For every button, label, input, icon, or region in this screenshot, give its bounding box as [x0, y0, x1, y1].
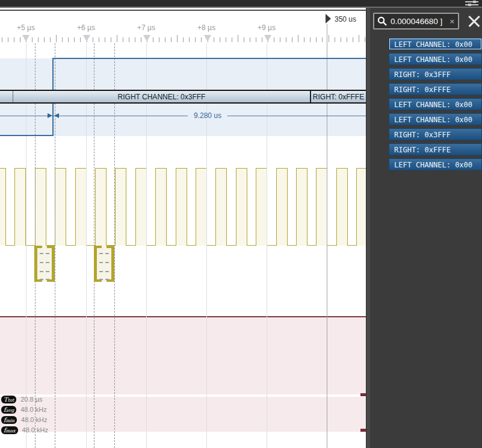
ruler-tick — [201, 37, 202, 42]
ruler-tick — [280, 37, 280, 42]
logic-analyzer-window: +5 µs +6 µs +7 µs +8 µs +9 µs 350 us RIG… — [0, 0, 482, 448]
ruler-tick — [286, 37, 286, 42]
measurement-span-label: 9.280 us — [188, 111, 227, 120]
clock-high-pulse — [316, 168, 327, 246]
clock-low-segment — [327, 245, 336, 246]
ruler-label: +8 µs — [185, 23, 227, 32]
ruler-tick — [68, 37, 69, 42]
stat-badge: fmin — [1, 416, 17, 424]
clock-high-pulse — [296, 168, 307, 246]
vertical-scrollbar[interactable] — [366, 0, 370, 448]
decoder-segment[interactable] — [0, 91, 13, 102]
search-result-item[interactable]: RIGHT: 0x3FFF — [389, 128, 482, 140]
ruler-major-marker-icon — [204, 35, 211, 42]
ruler-tick — [177, 35, 178, 42]
measurement-arrow-icon — [48, 113, 52, 118]
ruler-tick — [226, 37, 226, 42]
bracket-stub — [97, 246, 102, 248]
ruler-major-marker-icon — [143, 35, 150, 42]
ruler-tick — [32, 37, 32, 42]
ws-signal-low — [0, 135, 53, 136]
ruler-tick — [8, 37, 8, 42]
stat-badge: favg — [1, 406, 16, 414]
search-result-item[interactable]: RIGHT: 0xFFFE — [389, 143, 482, 155]
ruler-tick — [62, 37, 63, 42]
clock-high-pulse — [115, 168, 126, 246]
search-result-item[interactable]: LEFT CHANNEL: 0x00 — [389, 38, 482, 50]
stat-value: 20.8 µs — [20, 396, 42, 403]
clock-high-pulse — [196, 168, 207, 246]
ruler-tick — [195, 37, 196, 42]
clock-high-pulse — [14, 168, 26, 246]
ruler-tick — [341, 37, 341, 42]
ruler-tick — [153, 37, 153, 42]
clock-high-pulse — [155, 168, 167, 246]
ruler-label: +7 µs — [125, 23, 167, 32]
search-result-item[interactable]: LEFT CHANNEL: 0x00 — [389, 53, 482, 65]
ruler-tick — [56, 35, 57, 42]
ruler-major-marker-icon — [22, 35, 29, 42]
clock-low-segment — [307, 245, 316, 246]
bracket-stub — [37, 246, 42, 248]
data-burst-bracket[interactable] — [94, 246, 114, 282]
clear-search-icon[interactable]: × — [450, 17, 454, 25]
collapsed-data-dashes — [40, 271, 49, 272]
collapsed-data-dashes — [99, 279, 109, 280]
decoder-segment[interactable]: RIGHT: 0xFFFE — [310, 91, 366, 102]
clock-high-pulse — [336, 168, 348, 246]
stat-value: 48.0 kHz — [20, 406, 46, 413]
ruler-tick — [232, 37, 232, 42]
search-result-item[interactable]: LEFT CHANNEL: 0x00 — [389, 158, 482, 170]
ruler-tick — [256, 37, 256, 42]
decoder-segment[interactable]: RIGHT CHANNEL: 0x3FFF — [13, 91, 310, 102]
settings-sliders-icon[interactable] — [465, 1, 478, 6]
collapsed-data-dashes — [99, 253, 109, 254]
clock-high-pulse — [75, 168, 87, 246]
ruler-tick — [135, 37, 135, 42]
clock-low-segment — [207, 245, 215, 246]
ruler-tick — [353, 37, 353, 42]
ruler-tick — [189, 37, 190, 42]
ruler-tick — [20, 37, 20, 42]
clock-low-segment — [66, 245, 75, 246]
search-query-text[interactable]: 0.000046680 ] — [391, 17, 450, 26]
ruler-tick — [171, 37, 171, 42]
dashed-guide-line — [114, 43, 115, 448]
time-marker-label: 350 us — [335, 15, 356, 23]
collapsed-data-dashes — [40, 253, 49, 254]
ruler-tick — [365, 37, 365, 42]
clock-high-pulse — [95, 168, 107, 246]
collapsed-data-dashes — [99, 262, 109, 263]
bracket-stub — [107, 246, 111, 248]
app-top-bar — [0, 0, 482, 8]
bracket-stub — [47, 246, 52, 248]
clock-low-segment — [147, 245, 155, 246]
clock-low-segment — [348, 245, 356, 246]
ruler-tick — [244, 37, 244, 42]
stat-badge: Ttot — [1, 396, 16, 403]
clock-high-pulse — [135, 168, 147, 246]
ws-signal-high — [53, 58, 366, 59]
time-marker-line[interactable] — [327, 24, 327, 448]
search-result-item[interactable]: RIGHT: 0xFFFE — [389, 83, 482, 95]
search-result-item[interactable]: LEFT CHANNEL: 0x00 — [389, 113, 482, 125]
ruler-tick — [183, 37, 184, 42]
clock-high-pulse — [236, 168, 247, 246]
ruler-tick — [99, 37, 99, 42]
data-burst-bracket[interactable] — [34, 246, 55, 282]
analog-edge-marker — [360, 429, 366, 432]
stat-row: fmax 48.0 kHz — [1, 426, 48, 434]
waveform-canvas[interactable]: +5 µs +6 µs +7 µs +8 µs +9 µs 350 us RIG… — [0, 8, 366, 448]
stat-badge: fmax — [1, 426, 18, 434]
ruler-tick — [141, 37, 141, 42]
search-input[interactable]: 0.000046680 ] × — [373, 13, 459, 30]
clock-low-segment — [187, 245, 196, 246]
clock-low-segment — [247, 245, 256, 246]
close-panel-button[interactable] — [466, 13, 482, 29]
ruler-tick — [238, 35, 238, 42]
search-result-item[interactable]: LEFT CHANNEL: 0x00 — [389, 98, 482, 110]
analog-edge-marker — [360, 393, 366, 396]
ruler-tick — [304, 37, 304, 42]
time-marker-flag-icon[interactable] — [326, 14, 331, 23]
search-result-item[interactable]: RIGHT: 0x3FFF — [389, 68, 482, 80]
